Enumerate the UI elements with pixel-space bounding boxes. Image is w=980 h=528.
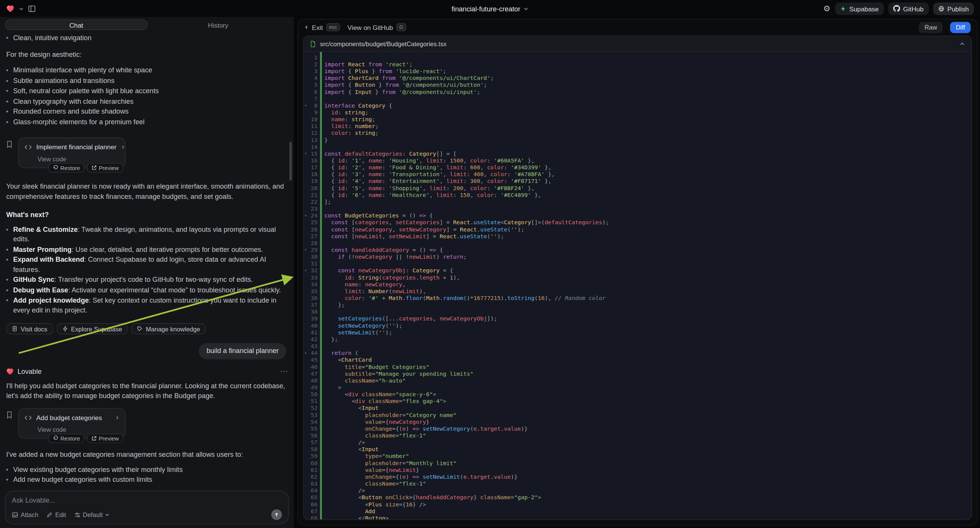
chat-message-list[interactable]: Clean, intuitive navigation For the desi… (0, 32, 294, 487)
assistant-paragraph: Your sleek financial planner is now read… (6, 182, 288, 201)
version-card-actions: Restore Preview (48, 434, 123, 443)
code-line: 13} (304, 137, 971, 143)
code-line: 42 }; (304, 336, 971, 343)
chevron-left-icon (305, 24, 309, 30)
explore-supabase-button[interactable]: Explore Supabase (57, 323, 128, 334)
code-icon (24, 415, 32, 421)
fold-chevron-icon[interactable]: ▾ (305, 103, 307, 110)
settings-gear-icon[interactable]: ⚙ (823, 5, 830, 13)
globe-icon (938, 5, 944, 12)
line-number: 44▾ (304, 350, 317, 357)
fold-chevron-icon[interactable]: ▾ (305, 267, 307, 274)
logo-chevron-down-icon[interactable] (19, 6, 24, 11)
tab-chat[interactable]: Chat (5, 19, 147, 30)
code-line: 66 <Plus size={16} /> (304, 501, 971, 508)
code-content: const [newCategory, setNewCategory] = Re… (317, 226, 524, 233)
code-content: return ( (317, 350, 358, 357)
code-line: 8▾interface Category { (304, 103, 971, 110)
line-number: 23 (304, 206, 317, 213)
code-content: const handleAddCategory = () => { (317, 247, 443, 254)
chat-history-tabs: Chat History (5, 19, 289, 30)
composer-toolbar: Attach Edit Default (12, 509, 282, 520)
code-line: 61 value={newLimit} (304, 467, 971, 474)
attach-button[interactable]: Attach (12, 511, 38, 518)
restore-button[interactable]: Restore (48, 163, 84, 173)
bullet-dot (6, 121, 8, 123)
edit-button[interactable]: Edit (46, 511, 66, 518)
send-button[interactable] (271, 509, 282, 520)
tab-history[interactable]: History (147, 19, 289, 30)
manage-knowledge-button[interactable]: Manage knowledge (132, 323, 206, 334)
code-content: setCategories([...categories, newCategor… (317, 315, 497, 322)
collapse-chevron-up-icon[interactable] (959, 41, 965, 46)
code-line: 65 <Button onClick={handleAddCategory} c… (304, 494, 971, 501)
file-header[interactable]: src/components/budget/BudgetCategories.t… (304, 37, 971, 52)
version-card-row: Add budget categories View code (6, 408, 288, 439)
code-line: 12 color: string; (304, 130, 971, 137)
code-content: { id: '3', name: 'Transportation', limit… (317, 171, 555, 178)
code-line: 9 id: string; (304, 110, 971, 116)
code-content: } (317, 137, 328, 143)
line-number: 5 (304, 82, 317, 89)
next-steps-list: Refine & Customize: Tweak the design, an… (6, 224, 288, 315)
preview-button[interactable]: Preview (87, 434, 123, 443)
fold-chevron-icon[interactable]: ▾ (305, 247, 307, 254)
restore-icon (52, 436, 58, 441)
bookmark-icon[interactable] (6, 140, 13, 148)
fold-chevron-icon[interactable]: ▾ (305, 151, 307, 157)
publish-button[interactable]: Publish (933, 2, 974, 15)
line-number: 39 (304, 315, 317, 322)
line-number: 19 (304, 178, 317, 185)
github-button[interactable]: GitHub (888, 2, 929, 15)
code-content: <Input (317, 446, 379, 453)
fold-chevron-icon[interactable]: ▾ (305, 350, 307, 357)
bullet-dot (6, 90, 8, 92)
line-number: 43 (304, 343, 317, 350)
code-line: 58 <Input (304, 446, 971, 453)
list-item: GitHub Sync: Transfer your project's cod… (6, 275, 288, 285)
added-bullet-list: View existing budget categories with the… (6, 465, 288, 487)
diff-toggle-button[interactable]: Diff (950, 22, 970, 33)
code-content: setNewCategory(''); (317, 322, 402, 329)
restore-button[interactable]: Restore (48, 434, 84, 443)
line-number: 26 (304, 226, 317, 233)
code-content: <div className="flex gap-4"> (317, 398, 446, 405)
chat-scrollbar-thumb[interactable] (290, 142, 292, 181)
code-line: 49 > (304, 385, 971, 391)
view-on-github-button[interactable]: View on GitHub G (347, 23, 406, 31)
bookmark-icon[interactable] (6, 411, 13, 419)
line-number: 52 (304, 405, 317, 412)
version-card-add-budget-categories[interactable]: Add budget categories View code (18, 408, 126, 439)
code-line: 20 { id: '5', name: 'Shopping', limit: 2… (304, 185, 971, 192)
code-content (317, 95, 328, 102)
lovable-logo-heart-icon[interactable] (6, 5, 14, 12)
view-code-link[interactable]: View code (38, 154, 119, 164)
supabase-button[interactable]: Supabase (835, 2, 884, 15)
mode-selector[interactable]: Default (74, 511, 110, 518)
sidebar-toggle-icon[interactable] (28, 5, 36, 12)
code-content: </Button> (317, 515, 389, 520)
code-line: 41 setNewLimit(''); (304, 329, 971, 336)
visit-docs-button[interactable]: Visit docs (6, 323, 53, 334)
bullet-dot (6, 100, 8, 102)
code-content: type="number" (317, 453, 409, 460)
view-code-link[interactable]: View code (38, 425, 119, 434)
code-content: /> (317, 439, 365, 446)
code-line: 5import { Button } from '@/components/ui… (304, 82, 971, 89)
project-switcher[interactable]: financial-future-creator (452, 5, 528, 12)
supabase-bolt-icon (840, 5, 846, 12)
line-number: 56 (304, 433, 317, 439)
preview-button[interactable]: Preview (87, 163, 123, 173)
code-file-card: src/components/budget/BudgetCategories.t… (303, 36, 972, 520)
code-editor[interactable]: 1 2import React from 'react';3import { P… (304, 52, 971, 519)
raw-toggle-button[interactable]: Raw (919, 22, 943, 33)
line-number: 34 (304, 281, 317, 288)
list-item: Minimalist interface with plenty of whit… (6, 65, 288, 75)
line-number: 54 (304, 419, 317, 426)
chat-input[interactable] (12, 496, 282, 504)
version-card-implement-financial-planner[interactable]: Implement financial planner View code (18, 137, 126, 168)
code-content (317, 206, 328, 213)
exit-button[interactable]: Exit esc (305, 23, 340, 31)
fold-chevron-icon[interactable]: ▾ (305, 213, 307, 219)
more-options-icon[interactable]: ⋯ (280, 367, 288, 377)
